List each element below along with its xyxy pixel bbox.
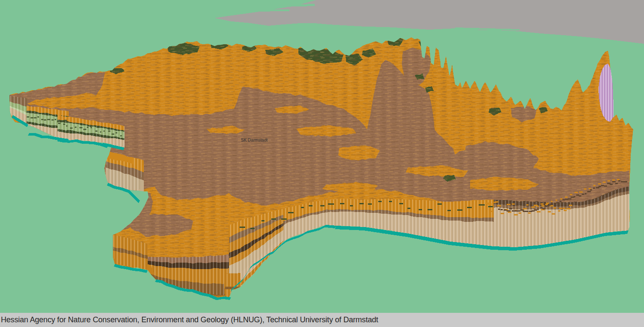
svg-text:SK Darmstadt: SK Darmstadt [241,138,267,142]
